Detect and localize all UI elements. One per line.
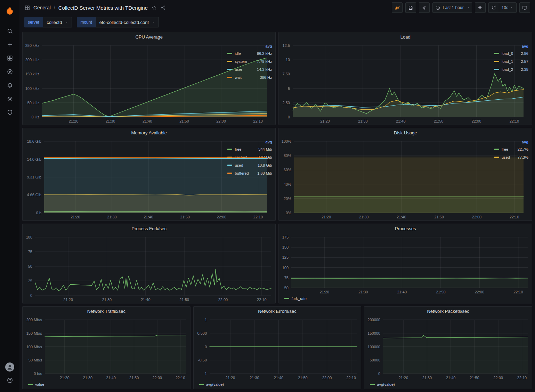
panel-processes: Processes 21:2021:3021:4021:5022:0022:10…: [278, 224, 532, 303]
svg-text:22:00: 22:00: [217, 215, 226, 219]
breadcrumb-folder[interactable]: General: [33, 5, 51, 10]
sidebar-bottom: [2, 362, 17, 387]
svg-text:21:20: 21:20: [399, 376, 408, 380]
svg-text:14.0 Gib: 14.0 Gib: [27, 157, 41, 161]
svg-text:22:00: 22:00: [472, 119, 481, 123]
panel-title[interactable]: Network Packets/sec: [427, 309, 469, 314]
svg-text:21:20: 21:20: [321, 119, 330, 123]
svg-text:175: 175: [282, 235, 289, 239]
svg-text:22:10: 22:10: [257, 298, 267, 302]
network-packets-legend: avg(value): [364, 381, 532, 389]
svg-text:200 kHz: 200 kHz: [25, 58, 39, 62]
panel-network-traffic: Network Traffic/sec 21:2021:3021:4021:50…: [22, 306, 191, 389]
alerting-bell-icon[interactable]: [2, 78, 17, 92]
legend-item-fork_rate[interactable]: fork_rate: [284, 297, 306, 301]
disk-usage-chart[interactable]: 21:2021:3021:4021:5022:0022:100%20%40%60…: [279, 137, 494, 220]
svg-text:150 kHz: 150 kHz: [25, 72, 39, 76]
panel-load: Load 21:2021:3021:4021:5022:0022:1002.50…: [278, 32, 532, 125]
server-admin-shield-icon[interactable]: [2, 106, 17, 119]
svg-text:50: 50: [28, 264, 32, 268]
legend-item-avg(value)[interactable]: avg(value): [370, 382, 395, 386]
svg-text:0 Hz: 0 Hz: [31, 115, 39, 119]
panel-title[interactable]: Network Traffic/sec: [87, 309, 125, 314]
help-icon[interactable]: [2, 374, 17, 387]
svg-text:100 kHz: 100 kHz: [25, 86, 39, 91]
cpu-average-chart[interactable]: 21:2021:3021:4021:5022:0022:100 Hz50 kHz…: [23, 41, 227, 125]
svg-text:50000: 50000: [370, 358, 381, 362]
panel-title[interactable]: CPU Average: [135, 34, 163, 40]
network-packets-chart[interactable]: 21:2021:3021:4021:5022:0022:100500001000…: [364, 316, 532, 381]
svg-text:75: 75: [284, 276, 289, 280]
svg-text:22:00: 22:00: [216, 119, 226, 123]
panel-title[interactable]: Process Fork/sec: [132, 226, 167, 231]
grafana-logo-icon[interactable]: [2, 3, 17, 18]
variable-server-dropdown[interactable]: collectd: [43, 17, 72, 27]
variable-server-value: collectd: [47, 20, 62, 25]
dashboard-settings-button[interactable]: [419, 2, 430, 13]
dashboards-icon[interactable]: [2, 51, 17, 65]
svg-text:22:10: 22:10: [346, 376, 356, 380]
svg-text:5: 5: [288, 86, 290, 91]
svg-text:75: 75: [28, 250, 32, 254]
svg-text:21:40: 21:40: [144, 215, 153, 219]
user-avatar[interactable]: [5, 362, 14, 372]
svg-text:21:50: 21:50: [298, 376, 308, 380]
legend-item-avg(value)[interactable]: avg(value): [199, 382, 224, 386]
main-area: General / CollectD Server Metrics with T…: [19, 0, 535, 392]
process-fork-chart[interactable]: 21:2021:3021:4021:5022:0022:100255075100: [23, 233, 275, 303]
refresh-interval-dropdown[interactable]: 10s: [499, 2, 517, 13]
legend-series-name[interactable]: fork_rate: [291, 297, 306, 301]
network-traffic-chart[interactable]: 21:2021:3021:4021:5022:0022:100 b/s50 Mb…: [23, 316, 190, 381]
svg-text:50: 50: [284, 286, 289, 290]
configuration-gear-icon[interactable]: [2, 92, 17, 106]
panel-title[interactable]: Processes: [395, 226, 416, 231]
legend-item-value[interactable]: value: [28, 382, 44, 386]
panel-title[interactable]: Disk Usage: [394, 130, 417, 135]
create-plus-icon[interactable]: [2, 38, 17, 51]
memory-available-chart[interactable]: 21:2021:3021:4021:5022:0022:100 b4.66 Gi…: [23, 137, 227, 220]
save-dashboard-button[interactable]: [405, 2, 416, 13]
svg-text:22:10: 22:10: [510, 215, 519, 219]
variable-mount-label: mount: [77, 17, 95, 27]
refresh-button[interactable]: [488, 2, 499, 13]
svg-text:22:00: 22:00: [494, 376, 503, 380]
panel-title[interactable]: Memory Available: [131, 130, 167, 135]
panel-memory-available: Memory Available 21:2021:3021:4021:5022:…: [22, 128, 276, 221]
svg-text:21:40: 21:40: [141, 298, 151, 302]
star-icon[interactable]: [152, 5, 157, 10]
legend-series-name[interactable]: avg(value): [377, 382, 395, 386]
svg-text:21:40: 21:40: [396, 119, 406, 123]
svg-text:22:10: 22:10: [176, 376, 185, 380]
explore-compass-icon[interactable]: [2, 65, 17, 78]
svg-text:7.50: 7.50: [283, 72, 290, 76]
share-icon[interactable]: [161, 5, 166, 10]
add-panel-button[interactable]: [392, 2, 403, 13]
search-icon[interactable]: [2, 24, 17, 38]
dashboard-title[interactable]: CollectD Server Metrics with TDengine: [58, 5, 148, 11]
load-chart[interactable]: 21:2021:3021:4021:5022:0022:1002.5057.50…: [279, 41, 494, 125]
network-errors-chart[interactable]: 21:2021:3021:4021:5022:0022:10-1-0.5000.…: [194, 316, 361, 381]
nav-actions: Last 1 hour 10s: [392, 2, 530, 13]
svg-text:21:50: 21:50: [435, 215, 444, 219]
panel-title[interactable]: Load: [400, 34, 411, 40]
svg-text:0: 0: [205, 345, 207, 349]
legend-series-name[interactable]: avg(value): [206, 382, 224, 386]
svg-text:125: 125: [282, 255, 289, 259]
svg-text:22:00: 22:00: [152, 376, 162, 380]
processes-chart[interactable]: 21:2021:3021:4021:5022:0022:105075100125…: [279, 233, 532, 295]
svg-text:21:30: 21:30: [106, 119, 115, 123]
variable-mount-dropdown[interactable]: etc-collectd-collectd.conf: [96, 17, 159, 27]
time-range-picker[interactable]: Last 1 hour: [432, 2, 472, 13]
legend-swatch: [28, 384, 33, 385]
panel-title[interactable]: Network Errors/sec: [258, 309, 297, 314]
svg-text:100: 100: [26, 235, 32, 239]
zoom-out-button[interactable]: [475, 2, 486, 13]
svg-text:18.6 Gib: 18.6 Gib: [27, 139, 41, 143]
legend-series-name[interactable]: value: [35, 382, 44, 386]
svg-text:-0.50: -0.50: [198, 358, 207, 362]
refresh-group: 10s: [488, 2, 517, 13]
svg-text:0%: 0%: [286, 211, 292, 215]
panel-network-errors: Network Errors/sec 21:2021:3021:4021:502…: [193, 306, 362, 389]
svg-text:-1: -1: [203, 372, 207, 376]
cycle-view-monitor-button[interactable]: [519, 2, 530, 13]
